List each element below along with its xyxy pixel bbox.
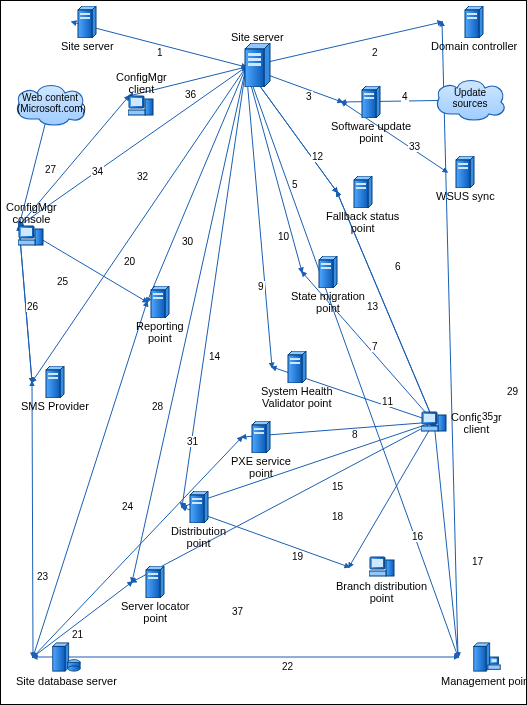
edge-label-16: 16 [411, 531, 424, 542]
node-label: ConfigMgrclient [451, 411, 502, 435]
node-label: Management point [441, 675, 527, 687]
svg-rect-76 [148, 573, 158, 575]
svg-point-87 [68, 666, 80, 671]
node-update_sources: Update sources [431, 76, 509, 126]
edge-label-19: 19 [291, 551, 304, 562]
edge-17 [434, 422, 458, 657]
node-system_health_validator: System HealthValidator point [261, 351, 333, 409]
svg-rect-72 [192, 502, 202, 504]
node-wsus_sync: WSUS sync [436, 156, 495, 202]
svg-rect-13 [248, 53, 261, 56]
node-branch_dist_point: Branch distributionpoint [336, 556, 427, 604]
edge-label-2: 2 [371, 47, 379, 58]
client-pc-icon [369, 556, 395, 578]
edge-label-5: 5 [291, 179, 299, 190]
svg-rect-23 [364, 93, 374, 95]
svg-rect-36 [21, 228, 32, 236]
server-icon [463, 6, 485, 38]
node-label: SMS Provider [21, 400, 89, 412]
node-label: Update sources [431, 88, 509, 109]
edge-label-3: 3 [305, 91, 313, 102]
edge-label-8: 8 [351, 429, 359, 440]
svg-rect-63 [254, 432, 264, 434]
svg-rect-19 [128, 110, 145, 115]
edge-label-13: 13 [366, 301, 379, 312]
svg-rect-62 [254, 428, 264, 430]
edge-label-35: 35 [481, 411, 494, 422]
edge-16 [349, 422, 434, 567]
server-icon [352, 176, 374, 208]
node-site_database_server: Site database server [16, 641, 117, 687]
node-label: Domain controller [431, 40, 517, 52]
server-icon [454, 156, 476, 188]
edge-label-12: 12 [311, 151, 324, 162]
node-site_server_top: Site server [61, 6, 114, 52]
server-icon [286, 351, 308, 383]
node-label: Branch distributionpoint [336, 580, 427, 604]
node-label: Site server [61, 40, 114, 52]
edge-label-7: 7 [371, 341, 379, 352]
svg-rect-47 [321, 263, 331, 265]
svg-marker-21 [376, 86, 380, 118]
svg-rect-79 [372, 559, 383, 567]
node-configmgr_console: ConfigMgrconsole [6, 201, 57, 249]
edge-label-25: 25 [56, 276, 69, 287]
edge-label-1: 1 [156, 47, 164, 58]
node-configmgr_client_top: ConfigMgrclient [116, 71, 167, 119]
edge-label-20: 20 [123, 256, 136, 267]
edge-label-11: 11 [381, 396, 394, 407]
node-server_locator_point: Server locatorpoint [121, 566, 189, 624]
node-label: Fallback statuspoint [326, 210, 399, 234]
server-icon [76, 6, 98, 38]
server-large-icon [242, 43, 272, 87]
svg-marker-11 [264, 43, 270, 87]
server-icon [250, 421, 272, 453]
svg-marker-40 [165, 286, 169, 318]
svg-rect-71 [192, 498, 202, 500]
svg-marker-1 [92, 6, 96, 38]
edge-10 [246, 67, 302, 272]
edge-label-15: 15 [331, 481, 344, 492]
edge-label-27: 27 [44, 164, 57, 175]
edge-label-26: 26 [26, 301, 39, 312]
node-label: Reportingpoint [136, 320, 184, 344]
svg-rect-38 [18, 240, 35, 245]
edge-label-36: 36 [184, 89, 197, 100]
svg-rect-57 [290, 358, 300, 360]
edge-9 [246, 67, 272, 367]
server-icon [149, 286, 171, 318]
edge-label-10: 10 [277, 231, 290, 242]
node-domain_controller: Domain controller [431, 6, 517, 52]
node-label: Site database server [16, 675, 117, 687]
node-label: System HealthValidator point [261, 385, 333, 409]
svg-marker-50 [60, 366, 64, 398]
svg-rect-24 [364, 97, 374, 99]
node-site_server_main: Site server [231, 31, 284, 89]
svg-rect-65 [424, 414, 435, 422]
svg-rect-67 [421, 426, 438, 431]
svg-marker-74 [160, 566, 164, 598]
configmgr-architecture-diagram: Site serverDomain controllerSite serverC… [0, 0, 527, 705]
node-label: ConfigMgrconsole [6, 201, 57, 225]
svg-rect-15 [248, 63, 261, 66]
edge-label-21: 21 [71, 629, 84, 640]
edge-label-31: 31 [186, 436, 199, 447]
node-state_migration_point: State migrationpoint [291, 256, 365, 314]
server-icon [317, 256, 339, 288]
edge-label-29: 29 [506, 386, 519, 397]
server-icon [360, 86, 382, 118]
node-label: Server locatorpoint [121, 600, 189, 624]
edge-label-23: 23 [36, 571, 49, 582]
svg-rect-33 [356, 183, 366, 185]
edge-label-18: 18 [331, 511, 344, 522]
node-fallback_status_point: Fallback statuspoint [326, 176, 399, 234]
management-server-icon [472, 641, 502, 673]
client-pc-icon [18, 225, 44, 247]
edge-label-37: 37 [231, 606, 244, 617]
server-icon [144, 566, 166, 598]
edge-label-22: 22 [281, 661, 294, 672]
svg-marker-60 [266, 421, 270, 453]
node-label: Software updatepoint [331, 120, 411, 144]
node-web_content: Web content (Microsoft.com) [11, 81, 89, 131]
edge-label-6: 6 [394, 261, 402, 272]
